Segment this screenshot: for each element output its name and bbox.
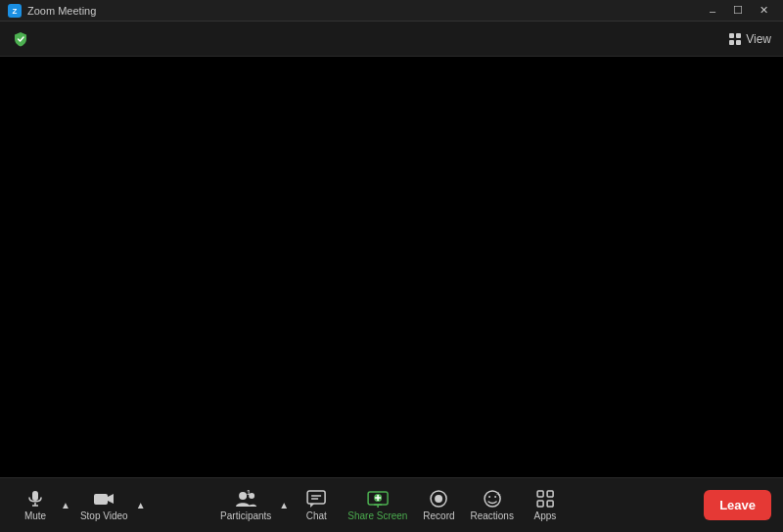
chat-button[interactable]: Chat [293,485,340,525]
mute-group: Mute ▲ [12,485,72,525]
svg-rect-9 [94,494,108,505]
share-screen-label: Share Screen [347,510,407,521]
toolbar-left-section: Mute ▲ Stop Video ▲ [12,485,148,525]
apps-button[interactable]: Apps [522,485,569,525]
participants-group: 1 Participants ▲ [214,485,291,525]
video-group: Stop Video ▲ [74,485,148,525]
svg-point-27 [488,496,490,498]
svg-text:+: + [496,490,501,499]
svg-rect-6 [32,491,38,501]
camera-icon [93,489,115,509]
window-title: Zoom Meeting [27,5,96,17]
grid-icon [728,32,742,46]
reactions-button[interactable]: + Reactions [464,485,519,525]
svg-rect-32 [537,501,543,507]
minimize-button[interactable]: – [701,3,724,19]
mute-button[interactable]: Mute [12,485,59,525]
close-button[interactable]: ✕ [752,3,775,19]
stop-video-label: Stop Video [80,510,128,521]
participants-label: Participants [220,510,271,521]
svg-marker-17 [310,504,314,508]
share-screen-button[interactable]: Share Screen [342,485,413,525]
mute-label: Mute [24,510,46,521]
participants-icon: 1 [235,489,256,509]
apps-icon [535,489,555,509]
record-button[interactable]: Record [415,485,462,525]
microphone-icon [25,489,45,509]
view-label: View [746,32,771,46]
share-screen-icon [367,489,389,509]
shield-icon [12,30,29,48]
svg-rect-33 [547,501,553,507]
title-bar: Z Zoom Meeting – ☐ ✕ [0,0,783,22]
svg-text:1: 1 [247,489,251,496]
mute-chevron[interactable]: ▲ [59,486,72,525]
apps-label: Apps [533,510,556,521]
svg-rect-5 [736,40,741,45]
maximize-button[interactable]: ☐ [726,3,750,19]
toolbar-center-section: 1 Participants ▲ Chat [214,485,569,525]
svg-text:Z: Z [13,7,18,16]
toolbar-right-section: Leave [704,490,771,520]
svg-rect-14 [307,491,325,504]
title-bar-left: Z Zoom Meeting [8,4,96,18]
top-bar: View [0,22,783,57]
zoom-icon: Z [8,4,22,18]
chat-label: Chat [306,510,327,521]
svg-point-25 [435,495,442,503]
reactions-icon: + [483,489,502,509]
svg-rect-4 [729,40,734,45]
participants-chevron[interactable]: ▲ [277,486,291,525]
svg-rect-31 [547,491,553,497]
svg-marker-10 [108,494,114,504]
svg-rect-2 [729,33,734,38]
window-controls[interactable]: – ☐ ✕ [701,3,775,19]
record-label: Record [423,510,454,521]
video-chevron[interactable]: ▲ [134,486,148,525]
stop-video-button[interactable]: Stop Video [74,485,134,525]
toolbar: Mute ▲ Stop Video ▲ [0,477,783,532]
svg-rect-3 [736,33,741,38]
shield-status [12,30,29,48]
record-icon [429,489,448,509]
leave-button[interactable]: Leave [704,490,771,520]
svg-point-11 [239,492,247,500]
view-control[interactable]: View [728,32,771,46]
svg-rect-30 [537,491,543,497]
reactions-label: Reactions [470,510,513,521]
chat-icon [306,489,326,509]
participants-button[interactable]: 1 Participants [214,485,277,525]
video-area [0,57,783,477]
